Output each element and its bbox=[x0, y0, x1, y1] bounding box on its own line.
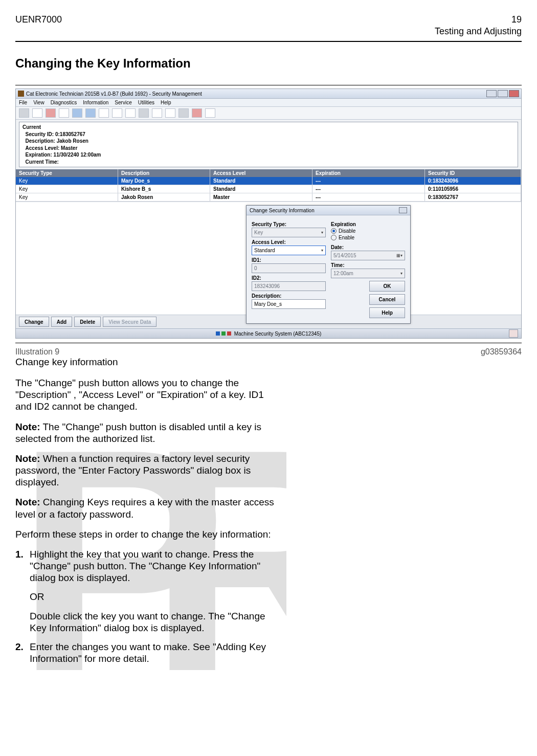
cell-access: Standard bbox=[210, 185, 312, 193]
delete-button[interactable]: Delete bbox=[74, 317, 101, 327]
maximize-button[interactable] bbox=[498, 90, 508, 97]
current-info-panel: Current Security ID: 0:183052767 Descrip… bbox=[19, 122, 518, 167]
note: Note: The "Change" push button is disabl… bbox=[15, 421, 276, 444]
label-security-id: Security ID: bbox=[26, 131, 54, 137]
chevron-down-icon: ▾ bbox=[321, 230, 323, 235]
toolbar-icon[interactable] bbox=[72, 108, 82, 118]
status-text: Machine Security System (ABC12345) bbox=[234, 331, 322, 337]
minimize-button[interactable] bbox=[486, 90, 497, 97]
col-header-id[interactable]: Security ID bbox=[425, 169, 521, 177]
field-time: 12:00am▾ bbox=[331, 269, 405, 278]
menu-utilities[interactable]: Utilities bbox=[138, 100, 154, 105]
figure-bottom-rule bbox=[15, 343, 522, 343]
col-header-type[interactable]: Security Type bbox=[16, 169, 118, 177]
radio-enable-label: Enable bbox=[339, 235, 354, 240]
col-header-access[interactable]: Access Level bbox=[210, 169, 312, 177]
menu-view[interactable]: View bbox=[33, 100, 44, 105]
label-sec-type: Security Type: bbox=[252, 221, 326, 227]
window-titlebar: Cat Electronic Technician 2015B v1.0-B7 … bbox=[16, 89, 521, 99]
toolbar-icon[interactable] bbox=[205, 108, 215, 118]
chevron-down-icon: ▾ bbox=[400, 271, 402, 276]
menu-diagnostics[interactable]: Diagnostics bbox=[51, 100, 77, 105]
field-access-level[interactable]: Standard▾ bbox=[252, 246, 326, 255]
step-text: Enter the changes you want to make. See … bbox=[30, 641, 276, 664]
toolbar-icon[interactable] bbox=[125, 108, 136, 118]
note-text: When a function requires a factory level… bbox=[15, 453, 251, 487]
cell-desc: Jakob Rosen bbox=[118, 193, 210, 201]
illustration-id: g03859364 bbox=[481, 347, 522, 357]
step-number: 2. bbox=[15, 641, 27, 664]
note-label: Note: bbox=[15, 453, 40, 464]
toolbar-icon[interactable] bbox=[32, 108, 42, 118]
app-icon bbox=[18, 91, 24, 97]
value-expiration: 11/30/2240 12:00am bbox=[54, 152, 101, 158]
label-time: Time: bbox=[331, 262, 405, 268]
value-id1: 0 bbox=[254, 265, 257, 271]
add-button[interactable]: Add bbox=[51, 317, 72, 327]
col-header-desc[interactable]: Description bbox=[118, 169, 210, 177]
illustration-caption: Change key information bbox=[15, 357, 522, 368]
toolbar-icon[interactable] bbox=[192, 108, 202, 118]
status-dot-icon bbox=[221, 331, 226, 336]
label-id2: ID2: bbox=[252, 275, 326, 281]
ok-button[interactable]: OK bbox=[369, 281, 405, 292]
menu-file[interactable]: File bbox=[19, 100, 27, 105]
cell-id: 0:110105956 bbox=[425, 185, 521, 193]
menu-help[interactable]: Help bbox=[161, 100, 171, 105]
section-name: Testing and Adjusting bbox=[15, 26, 522, 37]
label-date: Date: bbox=[331, 244, 405, 250]
field-date: 5/14/2015▦▾ bbox=[331, 251, 405, 260]
cell-desc: Mary Doe_s bbox=[118, 177, 210, 185]
field-sec-type: Key▾ bbox=[252, 228, 326, 237]
toolbar-icon[interactable] bbox=[19, 108, 29, 118]
toolbar-icon[interactable] bbox=[165, 108, 175, 118]
value-desc: Mary Doe_s bbox=[254, 301, 282, 307]
illustration-label: Illustration 9 bbox=[15, 347, 59, 357]
radio-enable[interactable]: Enable bbox=[331, 235, 405, 240]
value-access-level: Master bbox=[61, 145, 77, 151]
toolbar-icon[interactable] bbox=[178, 108, 189, 118]
label-access-level: Access Level: bbox=[26, 145, 60, 151]
keys-grid: Security Type Description Access Level E… bbox=[16, 169, 521, 315]
toolbar-icon[interactable] bbox=[152, 108, 162, 118]
field-id1: 0 bbox=[252, 263, 326, 273]
grid-header: Security Type Description Access Level E… bbox=[16, 169, 521, 177]
header-rule bbox=[15, 41, 522, 42]
help-button[interactable]: Help bbox=[369, 307, 405, 318]
menu-bar: File View Diagnostics Information Servic… bbox=[16, 99, 521, 107]
doc-code: UENR7000 bbox=[15, 14, 62, 25]
toolbar-icon[interactable] bbox=[99, 108, 109, 118]
table-row[interactable]: Key Kishore B_s Standard --- 0:110105956 bbox=[16, 185, 521, 193]
toolbar-icon[interactable] bbox=[59, 108, 69, 118]
toolbar-icon[interactable] bbox=[85, 108, 96, 118]
label-access: Access Level: bbox=[252, 239, 326, 245]
toolbar-icon[interactable] bbox=[139, 108, 149, 118]
paragraph: Perform these steps in order to change t… bbox=[15, 528, 276, 540]
close-button[interactable] bbox=[509, 90, 519, 97]
step-text: Highlight the key that you want to chang… bbox=[30, 548, 276, 584]
cancel-button[interactable]: Cancel bbox=[369, 294, 405, 305]
cell-id: 0:183052767 bbox=[425, 193, 521, 201]
menu-information[interactable]: Information bbox=[83, 100, 108, 105]
note-text: The "Change" push button is disabled unt… bbox=[15, 421, 261, 444]
step-or: OR bbox=[30, 591, 276, 603]
cell-exp: --- bbox=[312, 185, 425, 193]
cell-desc: Kishore B_s bbox=[118, 185, 210, 193]
col-header-exp[interactable]: Expiration bbox=[312, 169, 425, 177]
toolbar-icon[interactable] bbox=[112, 108, 122, 118]
menu-service[interactable]: Service bbox=[115, 100, 131, 105]
radio-dot-icon bbox=[331, 235, 337, 240]
status-right-icon[interactable] bbox=[509, 329, 518, 338]
status-bar: Machine Security System (ABC12345) bbox=[16, 328, 521, 338]
field-description[interactable]: Mary Doe_s bbox=[252, 299, 326, 309]
table-row[interactable]: Key Mary Doe_s Standard --- 0:183243096 bbox=[16, 177, 521, 185]
toolbar-icon[interactable] bbox=[46, 108, 56, 118]
page-number: 19 bbox=[511, 14, 522, 25]
status-dot-icon bbox=[227, 331, 231, 336]
chevron-down-icon: ▾ bbox=[321, 248, 323, 253]
change-button[interactable]: Change bbox=[19, 317, 49, 327]
value-sec-type: Key bbox=[254, 230, 263, 235]
radio-disable[interactable]: Disable bbox=[331, 228, 405, 234]
dialog-close-icon[interactable] bbox=[399, 207, 407, 213]
table-row[interactable]: Key Jakob Rosen Master --- 0:183052767 bbox=[16, 193, 521, 202]
